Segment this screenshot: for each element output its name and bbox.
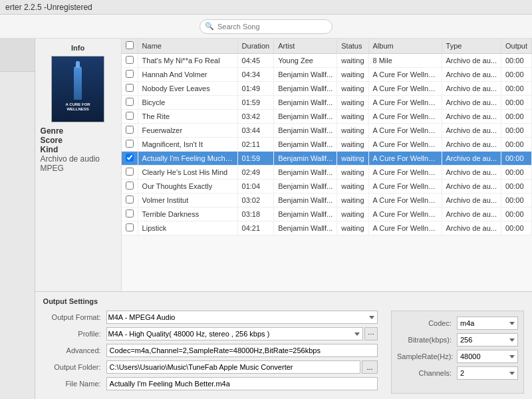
table-row[interactable]: Terrible Darkness 03:18 Benjamin Wallf..… xyxy=(122,207,532,221)
row-checkbox-cell xyxy=(122,194,138,207)
row-artist: Benjamin Wallf... xyxy=(274,124,337,138)
row-status: waiting xyxy=(337,166,368,180)
row-type: Archivo de au... xyxy=(442,152,501,166)
row-output: 00:00 xyxy=(501,166,531,180)
row-output: 00:00 xyxy=(501,138,531,152)
table-row[interactable]: Our Thoughts Exactly 01:04 Benjamin Wall… xyxy=(122,180,532,194)
row-checkbox[interactable] xyxy=(126,98,134,106)
channels-select[interactable]: 2 xyxy=(457,366,518,380)
main-area: Info A CURE FORWELLNESS Genre Score Kind… xyxy=(0,39,532,399)
filename-input[interactable] xyxy=(106,377,378,390)
row-name: Actually I'm Feeling Much Better xyxy=(138,152,237,166)
row-type: Archivo de au... xyxy=(442,221,501,235)
row-checkbox[interactable] xyxy=(126,70,134,78)
genre-label: Genre xyxy=(41,126,116,136)
row-checkbox-cell xyxy=(122,221,138,235)
row-checkbox[interactable] xyxy=(126,84,134,92)
row-duration: 03:18 xyxy=(237,207,274,221)
table-row[interactable]: Nobody Ever Leaves 01:49 Benjamin Wallf.… xyxy=(122,82,532,96)
kind-value: Archivo de audio MPEG xyxy=(41,154,116,173)
app-title: erter 2.2.5 -Unregistered xyxy=(5,3,92,12)
row-checkbox[interactable] xyxy=(126,168,134,176)
row-checkbox[interactable] xyxy=(126,182,134,190)
row-type: Archivo de au... xyxy=(442,194,501,207)
table-row[interactable]: The Rite 03:42 Benjamin Wallf... waiting… xyxy=(122,110,532,124)
codec-select[interactable]: m4a xyxy=(457,317,518,330)
row-album: A Cure For Wellness ... xyxy=(368,138,442,152)
table-row[interactable]: Lipstick 04:21 Benjamin Wallf... waiting… xyxy=(122,221,532,235)
bottle-icon xyxy=(74,66,82,100)
row-status: waiting xyxy=(337,68,368,82)
row-checkbox[interactable] xyxy=(126,140,134,148)
row-artist: Benjamin Wallf... xyxy=(274,221,337,235)
table-row[interactable]: Hannah And Volmer 04:34 Benjamin Wallf..… xyxy=(122,68,532,82)
codec-label: Codec: xyxy=(397,319,457,327)
table-row[interactable]: Feuerwalzer 03:44 Benjamin Wallf... wait… xyxy=(122,124,532,138)
row-checkbox[interactable] xyxy=(126,56,134,64)
profile-select[interactable]: M4A - High Quality( 48000 Hz, stereo , 2… xyxy=(106,327,363,340)
row-album: A Cure For Wellness ... xyxy=(368,166,442,180)
row-name: Lipstick xyxy=(138,221,237,235)
row-checkbox[interactable] xyxy=(126,209,134,217)
row-duration: 01:49 xyxy=(237,82,274,96)
browse-btn[interactable]: ... xyxy=(362,360,378,374)
table-row[interactable]: That's My Ni**a Fo Real 04:45 Young Zee … xyxy=(122,54,532,68)
settings-right: Codec: m4a Bitrate(kbps): 256 SampleRate… xyxy=(391,311,524,394)
left-panel-button[interactable] xyxy=(0,39,35,72)
row-album: A Cure For Wellness ... xyxy=(368,207,442,221)
row-output: 00:00 xyxy=(501,180,531,194)
row-album: A Cure For Wellness ... xyxy=(368,110,442,124)
row-checkbox-cell xyxy=(122,96,138,110)
title-bar: erter 2.2.5 -Unregistered xyxy=(0,0,532,15)
row-album: A Cure For Wellness ... xyxy=(368,124,442,138)
settings-grid: Output Format: M4A - MPEG4 Audio Profile… xyxy=(43,311,524,394)
row-album: A Cure For Wellness ... xyxy=(368,152,442,166)
row-artist: Benjamin Wallf... xyxy=(274,82,337,96)
row-output: 00:00 xyxy=(501,124,531,138)
profile-options-btn[interactable]: ⋯ xyxy=(364,327,378,340)
row-checkbox[interactable] xyxy=(126,154,134,162)
table-row[interactable]: Clearly He's Lost His Mind 02:49 Benjami… xyxy=(122,166,532,180)
row-name: Nobody Ever Leaves xyxy=(138,82,237,96)
row-duration: 01:59 xyxy=(237,152,274,166)
row-artist: Benjamin Wallf... xyxy=(274,138,337,152)
row-checkbox-cell xyxy=(122,207,138,221)
advanced-label: Advanced: xyxy=(43,346,106,354)
album-art-label: A CURE FORWELLNESS xyxy=(66,102,90,112)
row-checkbox[interactable] xyxy=(126,196,134,203)
folder-label: Output Folder: xyxy=(43,363,106,371)
samplerate-select[interactable]: 48000 xyxy=(457,350,518,363)
row-album: A Cure For Wellness ... xyxy=(368,180,442,194)
search-wrapper: 🔍 xyxy=(200,19,332,34)
table-row[interactable]: Magnificent, Isn't It 02:11 Benjamin Wal… xyxy=(122,138,532,152)
folder-row: Output Folder: ... xyxy=(43,360,378,374)
select-all-checkbox[interactable] xyxy=(126,41,134,49)
search-input[interactable] xyxy=(200,19,332,34)
table-row[interactable]: Volmer Institut 03:02 Benjamin Wallf... … xyxy=(122,194,532,207)
table-scroll[interactable]: Name Duration Artist Status Album Type O… xyxy=(122,39,532,291)
bitrate-select[interactable]: 256 xyxy=(457,333,518,346)
row-checkbox-cell xyxy=(122,152,138,166)
row-checkbox-cell xyxy=(122,180,138,194)
table-row[interactable]: Bicycle 01:59 Benjamin Wallf... waiting … xyxy=(122,96,532,110)
row-duration: 04:34 xyxy=(237,68,274,82)
folder-input[interactable] xyxy=(106,360,360,374)
col-output: Output xyxy=(501,39,531,54)
row-type: Archivo de au... xyxy=(442,138,501,152)
table-row[interactable]: Actually I'm Feeling Much Better 01:59 B… xyxy=(122,152,532,166)
format-select[interactable]: M4A - MPEG4 Audio xyxy=(106,311,378,324)
advanced-input[interactable] xyxy=(106,344,378,357)
row-type: Archivo de au... xyxy=(442,96,501,110)
info-panel-title: Info xyxy=(71,44,84,52)
row-name: Terrible Darkness xyxy=(138,207,237,221)
info-sidebar: Info A CURE FORWELLNESS Genre Score Kind… xyxy=(35,39,122,291)
row-album: A Cure For Wellness ... xyxy=(368,221,442,235)
upper-area: Info A CURE FORWELLNESS Genre Score Kind… xyxy=(35,39,532,291)
row-checkbox[interactable] xyxy=(126,112,134,120)
row-artist: Benjamin Wallf... xyxy=(274,68,337,82)
col-checkbox xyxy=(122,39,138,54)
row-checkbox[interactable] xyxy=(126,223,134,231)
row-album: 8 Mile xyxy=(368,54,442,68)
row-checkbox[interactable] xyxy=(126,126,134,134)
row-output: 00:00 xyxy=(501,96,531,110)
